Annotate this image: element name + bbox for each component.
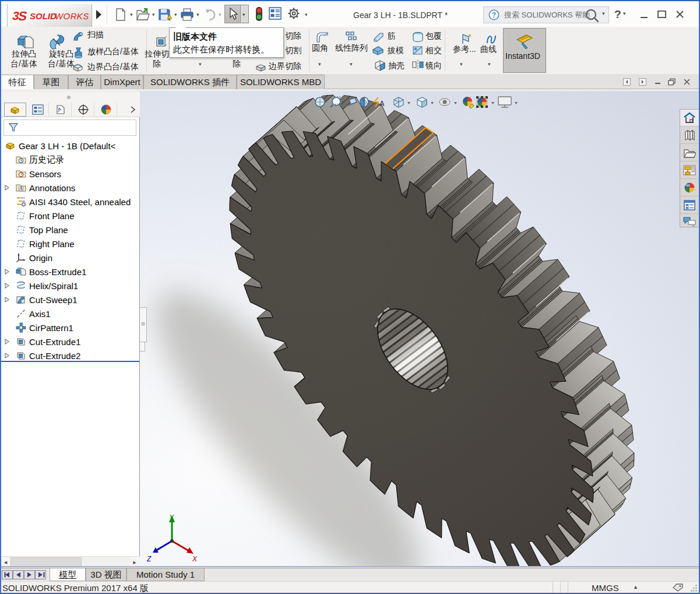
svg-text:!: !	[170, 19, 171, 22]
svg-text:A: A	[379, 100, 385, 108]
svg-text:WORKS: WORKS	[55, 11, 89, 21]
svg-text:A: A	[19, 186, 23, 191]
svg-text:SOLID: SOLID	[30, 11, 57, 21]
svg-text:X: X	[192, 555, 198, 563]
svg-text:?: ?	[492, 11, 496, 19]
svg-text:Y: Y	[169, 514, 174, 522]
svg-text:Z: Z	[146, 555, 152, 563]
